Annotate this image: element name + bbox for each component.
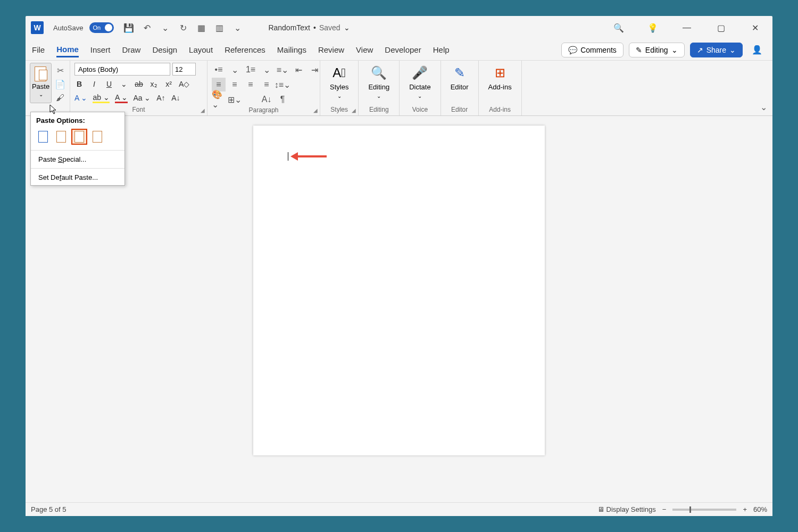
picture-paste-icon[interactable] bbox=[71, 129, 87, 145]
save-icon[interactable]: 💾 bbox=[123, 22, 134, 33]
underline-button[interactable]: U bbox=[104, 79, 114, 89]
justify-button[interactable]: ≡ bbox=[260, 78, 273, 92]
status-bar: Page 5 of 5 🖥 Display Settings − + 60% bbox=[26, 502, 772, 516]
document-page[interactable] bbox=[253, 126, 545, 455]
close-button[interactable]: ✕ bbox=[746, 20, 764, 36]
zoom-slider[interactable] bbox=[672, 509, 736, 511]
chevron-down-icon[interactable]: ⌄ bbox=[344, 23, 350, 32]
tab-insert[interactable]: Insert bbox=[90, 43, 111, 56]
qat-button-2[interactable]: ▥ bbox=[214, 22, 225, 33]
font-group: B I U ⌄ ab x₂ x² A◇ A ⌄ ab ⌄ A ⌄ Aa ⌄ A↑… bbox=[70, 61, 207, 115]
bold-button[interactable]: B bbox=[74, 79, 84, 89]
zoom-in-button[interactable]: + bbox=[743, 505, 747, 513]
align-right-button[interactable]: ≡ bbox=[244, 78, 257, 92]
change-case-button[interactable]: Aa ⌄ bbox=[133, 93, 151, 103]
editing-mode-button[interactable]: ✎ Editing ⌄ bbox=[629, 43, 685, 57]
editing-group: 🔍 Editing ⌄ Editing bbox=[359, 61, 400, 115]
collapse-ribbon-icon[interactable]: ⌄ bbox=[760, 102, 767, 112]
superscript-button[interactable]: x² bbox=[164, 79, 173, 89]
sort-button[interactable]: A↓ bbox=[260, 93, 273, 106]
font-size-select[interactable] bbox=[172, 63, 196, 76]
display-settings-button[interactable]: 🖥 Display Settings bbox=[597, 505, 656, 513]
minimize-button[interactable]: — bbox=[678, 20, 696, 36]
ribbon: Paste ⌄ ✂ 📄 🖌 B I U ⌄ ab x bbox=[26, 61, 772, 116]
grow-font-button[interactable]: A↑ bbox=[156, 93, 165, 103]
styles-dialog-launcher[interactable]: ◢ bbox=[352, 107, 356, 113]
dictate-button[interactable]: 🎤 Dictate ⌄ bbox=[404, 63, 436, 101]
show-marks-button[interactable]: ¶ bbox=[276, 93, 289, 106]
paragraph-group: ⦁≡⌄ 1≡⌄ ≡⌄ ⇤ ⇥ ≡ ≡ ≡ ≡ ↕≡⌄ 🎨⌄ ⊞⌄ A↓ ¶ Pa… bbox=[207, 61, 320, 115]
share-button[interactable]: ↗ Share ⌄ bbox=[690, 43, 743, 57]
copy-icon[interactable]: 📄 bbox=[55, 79, 65, 89]
strikethrough-button[interactable]: ab bbox=[134, 79, 144, 89]
editing-button[interactable]: 🔍 Editing ⌄ bbox=[363, 63, 395, 101]
keep-text-only-icon[interactable] bbox=[89, 129, 105, 145]
chevron-down-icon[interactable]: ⌄ bbox=[39, 92, 43, 97]
undo-dropdown-icon[interactable]: ⌄ bbox=[160, 22, 170, 33]
increase-indent-button[interactable]: ⇥ bbox=[307, 63, 321, 77]
tab-view[interactable]: View bbox=[356, 43, 373, 56]
editor-button[interactable]: ✎ Editor bbox=[445, 63, 474, 93]
lightbulb-icon[interactable]: 💡 bbox=[644, 20, 662, 36]
maximize-button[interactable]: ▢ bbox=[712, 20, 730, 36]
align-center-button[interactable]: ≡ bbox=[228, 78, 242, 92]
zoom-out-button[interactable]: − bbox=[662, 505, 667, 513]
addins-button[interactable]: ⊞ Add-ins bbox=[483, 63, 517, 93]
bullets-button[interactable]: ⦁≡ bbox=[212, 63, 226, 77]
numbering-dd[interactable]: ⌄ bbox=[260, 63, 273, 77]
cut-icon[interactable]: ✂ bbox=[55, 65, 65, 76]
line-spacing-button[interactable]: ↕≡⌄ bbox=[276, 78, 289, 92]
numbering-button[interactable]: 1≡ bbox=[244, 63, 257, 77]
paste-button[interactable]: Paste ⌄ bbox=[30, 63, 52, 103]
clear-format-icon[interactable]: A◇ bbox=[179, 79, 189, 89]
keep-source-formatting-icon[interactable] bbox=[35, 129, 51, 145]
text-effects-button[interactable]: A ⌄ bbox=[74, 93, 87, 103]
borders-button[interactable]: ⊞⌄ bbox=[228, 93, 242, 106]
set-default-paste-item[interactable]: Set Default Paste... bbox=[31, 170, 124, 185]
qat-button-1[interactable]: ▦ bbox=[196, 22, 206, 33]
undo-icon[interactable]: ↶ bbox=[142, 22, 152, 33]
tab-file[interactable]: File bbox=[32, 43, 45, 56]
highlight-button[interactable]: ab ⌄ bbox=[93, 93, 109, 103]
shading-button[interactable]: 🎨⌄ bbox=[212, 93, 226, 106]
decrease-indent-button[interactable]: ⇤ bbox=[292, 63, 305, 77]
paste-special-item[interactable]: Paste Special... bbox=[31, 152, 124, 167]
font-dialog-launcher[interactable]: ◢ bbox=[201, 107, 205, 113]
tab-layout[interactable]: Layout bbox=[189, 43, 213, 56]
tab-developer[interactable]: Developer bbox=[385, 43, 421, 56]
underline-dropdown[interactable]: ⌄ bbox=[119, 79, 129, 89]
zoom-level[interactable]: 60% bbox=[753, 505, 767, 513]
styles-button[interactable]: Aͣ Styles ⌄ bbox=[325, 63, 354, 101]
subscript-button[interactable]: x₂ bbox=[149, 79, 159, 89]
qat-customize-icon[interactable]: ⌄ bbox=[232, 22, 243, 33]
font-name-select[interactable] bbox=[74, 63, 170, 76]
bullets-dd[interactable]: ⌄ bbox=[228, 63, 242, 77]
tab-design[interactable]: Design bbox=[152, 43, 177, 56]
comments-button[interactable]: 💬 Comments bbox=[561, 43, 624, 57]
tab-home[interactable]: Home bbox=[56, 43, 79, 57]
merge-formatting-icon[interactable] bbox=[53, 129, 69, 145]
redo-icon[interactable]: ↻ bbox=[178, 22, 188, 33]
tab-help[interactable]: Help bbox=[433, 43, 450, 56]
addins-icon: ⊞ bbox=[492, 65, 508, 81]
document-title[interactable]: RandomText • Saved ⌄ bbox=[268, 23, 350, 32]
editor-group: ✎ Editor Editor bbox=[441, 61, 479, 115]
italic-button[interactable]: I bbox=[89, 79, 99, 89]
tab-mailings[interactable]: Mailings bbox=[277, 43, 306, 56]
page-indicator[interactable]: Page 5 of 5 bbox=[31, 505, 66, 513]
autosave-toggle[interactable]: On bbox=[89, 22, 114, 33]
format-painter-icon[interactable]: 🖌 bbox=[55, 93, 65, 103]
tab-draw[interactable]: Draw bbox=[122, 43, 140, 56]
find-icon: 🔍 bbox=[371, 65, 387, 81]
shrink-font-button[interactable]: A↓ bbox=[171, 93, 180, 103]
paste-label: Paste bbox=[32, 82, 49, 90]
tab-references[interactable]: References bbox=[225, 43, 265, 56]
tab-review[interactable]: Review bbox=[318, 43, 344, 56]
font-color-button[interactable]: A ⌄ bbox=[115, 93, 128, 103]
multilevel-button[interactable]: ≡⌄ bbox=[276, 63, 289, 77]
document-area[interactable] bbox=[26, 123, 772, 502]
account-icon[interactable]: 👤 bbox=[748, 42, 766, 58]
paste-icon bbox=[34, 65, 48, 81]
search-icon[interactable]: 🔍 bbox=[610, 20, 628, 36]
paragraph-dialog-launcher[interactable]: ◢ bbox=[313, 107, 318, 113]
